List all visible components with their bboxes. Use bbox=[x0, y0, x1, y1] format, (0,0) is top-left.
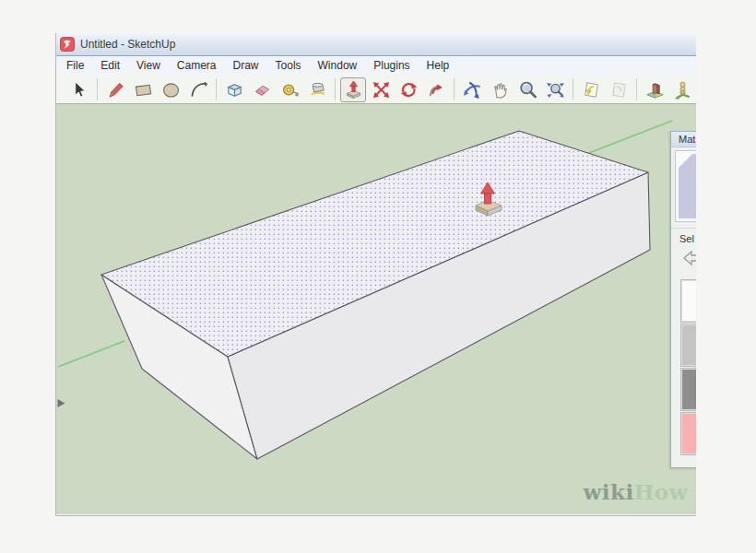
material-preview-fold bbox=[679, 154, 692, 168]
rectangle-tool-button[interactable] bbox=[130, 77, 156, 102]
menu-edit[interactable]: Edit bbox=[92, 56, 128, 76]
menu-bar: File Edit View Camera Draw Tools Window … bbox=[56, 56, 696, 76]
wikihow-watermark: wikiHow bbox=[583, 479, 688, 504]
line-tool-button[interactable] bbox=[102, 77, 128, 102]
circle-icon bbox=[160, 79, 182, 100]
axis-marker bbox=[58, 399, 65, 407]
menu-view[interactable]: View bbox=[128, 56, 169, 76]
zoom-magnifier-icon bbox=[517, 79, 538, 100]
drawing-canvas[interactable]: wikiHow Mat Sel bbox=[56, 104, 696, 514]
title-bar[interactable]: Untitled - SketchUp bbox=[56, 33, 696, 56]
toolbar-separator bbox=[216, 78, 217, 100]
get-models-button[interactable] bbox=[642, 77, 667, 102]
toolbar-separator bbox=[636, 78, 637, 100]
green-axis-line bbox=[586, 121, 672, 154]
pan-hand-icon bbox=[490, 79, 511, 100]
tape-measure-icon bbox=[279, 79, 301, 100]
materials-panel: Mat Sel bbox=[670, 131, 696, 468]
pencil-icon bbox=[105, 79, 126, 100]
arc-tool-button[interactable] bbox=[185, 77, 211, 102]
menu-camera[interactable]: Camera bbox=[169, 56, 225, 76]
previous-view-button[interactable] bbox=[578, 77, 604, 102]
toolbar-separator bbox=[573, 78, 573, 100]
push-pull-icon bbox=[343, 79, 364, 100]
rectangle-icon bbox=[133, 79, 154, 100]
position-camera-button[interactable] bbox=[669, 77, 695, 102]
menu-file[interactable]: File bbox=[58, 56, 92, 76]
push-pull-tool-button[interactable] bbox=[340, 77, 366, 102]
select-tool-button[interactable] bbox=[66, 77, 92, 102]
circle-tool-button[interactable] bbox=[158, 77, 183, 102]
material-swatch-pink[interactable] bbox=[681, 413, 696, 454]
sketchup-window: Untitled - SketchUp File Edit View Camer… bbox=[55, 33, 696, 516]
rotate-tool-button[interactable] bbox=[396, 77, 421, 102]
arc-icon bbox=[188, 79, 209, 100]
menu-draw[interactable]: Draw bbox=[225, 56, 267, 76]
sketchup-logo-icon bbox=[60, 37, 75, 52]
material-swatch-white[interactable] bbox=[681, 280, 696, 322]
model-scene bbox=[56, 104, 696, 514]
follow-me-icon bbox=[426, 79, 447, 100]
back-arrow-icon[interactable] bbox=[681, 247, 696, 269]
eraser-icon bbox=[252, 79, 273, 100]
make-component-button[interactable] bbox=[221, 77, 247, 102]
next-view-button[interactable] bbox=[606, 77, 632, 102]
menu-tools[interactable]: Tools bbox=[267, 56, 310, 76]
orbit-tool-button[interactable] bbox=[459, 77, 485, 102]
menu-help[interactable]: Help bbox=[419, 56, 458, 76]
paint-bucket-icon bbox=[307, 79, 328, 100]
get-models-building-icon bbox=[644, 79, 666, 100]
orbit-icon bbox=[462, 79, 483, 100]
select-cursor-icon bbox=[69, 79, 90, 100]
eraser-tool-button[interactable] bbox=[249, 77, 275, 102]
toolbar-separator bbox=[454, 78, 455, 100]
menu-plugins[interactable]: Plugins bbox=[365, 56, 418, 76]
pan-tool-button[interactable] bbox=[487, 77, 513, 102]
toolbar-separator bbox=[97, 78, 98, 100]
zoom-tool-button[interactable] bbox=[514, 77, 540, 102]
material-swatch-list bbox=[681, 280, 696, 454]
window-title: Untitled - SketchUp bbox=[80, 38, 175, 51]
toolbar bbox=[56, 76, 696, 104]
material-preview[interactable] bbox=[676, 151, 696, 221]
slab-model bbox=[101, 131, 650, 459]
previous-view-icon bbox=[581, 79, 602, 100]
next-view-icon bbox=[608, 79, 630, 100]
watermark-how: How bbox=[634, 479, 688, 504]
materials-panel-title[interactable]: Mat bbox=[671, 132, 696, 147]
zoom-extents-icon bbox=[545, 79, 566, 100]
zoom-extents-button[interactable] bbox=[542, 77, 568, 102]
material-swatch-dark-gray[interactable] bbox=[681, 369, 696, 410]
tape-measure-button[interactable] bbox=[277, 77, 302, 102]
menu-window[interactable]: Window bbox=[310, 56, 366, 76]
panel-divider bbox=[671, 228, 696, 229]
watermark-wiki: wiki bbox=[583, 479, 633, 504]
select-tab-label: Sel bbox=[679, 233, 696, 244]
material-swatch-light-gray[interactable] bbox=[681, 324, 696, 366]
follow-me-tool-button[interactable] bbox=[423, 77, 449, 102]
move-tool-button[interactable] bbox=[368, 77, 394, 102]
paint-bucket-button[interactable] bbox=[304, 77, 330, 102]
move-icon bbox=[371, 79, 392, 100]
position-camera-person-icon bbox=[672, 79, 693, 100]
component-cube-icon bbox=[224, 79, 245, 100]
rotate-icon bbox=[398, 79, 419, 100]
toolbar-separator bbox=[335, 78, 336, 100]
green-axis-line bbox=[58, 341, 124, 367]
